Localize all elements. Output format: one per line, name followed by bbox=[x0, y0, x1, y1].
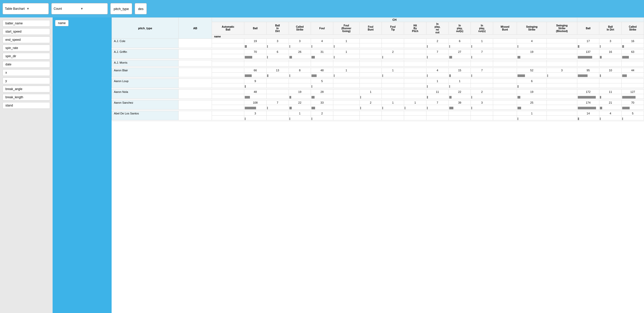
row-cell: 16 bbox=[599, 50, 622, 54]
right-panel[interactable]: pitch_type AB CH AutomaticBall Ball Ball… bbox=[112, 17, 644, 313]
th-called-strike2: CalledStrike bbox=[622, 22, 644, 35]
row-cell: 19 bbox=[289, 90, 311, 94]
row-cell: 1 bbox=[333, 68, 360, 73]
row-cell: 19 bbox=[517, 90, 547, 94]
field-x[interactable]: x bbox=[3, 69, 50, 76]
bar-cell bbox=[493, 116, 517, 120]
bar-cell bbox=[493, 83, 517, 88]
row-cell bbox=[493, 79, 517, 83]
row-cell: 1 bbox=[404, 100, 426, 105]
table-row: Aaron Sanchez108722332117393251742170 bbox=[112, 100, 644, 105]
row-cell bbox=[266, 79, 289, 83]
bar-cell bbox=[547, 73, 577, 77]
row-name: A.J. Cole bbox=[112, 39, 179, 48]
des-tag[interactable]: des bbox=[135, 3, 147, 14]
field-spin-dir[interactable]: spin_dir bbox=[3, 53, 50, 60]
th-ab: AB bbox=[179, 18, 212, 39]
row-cell: 1 bbox=[517, 111, 547, 116]
bar-cell bbox=[577, 54, 599, 59]
bar-cell bbox=[266, 54, 289, 59]
row-cell: 7 bbox=[471, 68, 493, 73]
middle-panel: name bbox=[53, 17, 112, 313]
row-name: Aaron Blair bbox=[112, 68, 179, 77]
count-select[interactable]: Count ▼ bbox=[51, 3, 108, 14]
bar-cell bbox=[333, 83, 360, 88]
field-stand[interactable]: stand bbox=[3, 102, 50, 109]
th-in-play-outs: Inplay,out(s) bbox=[448, 22, 471, 35]
bar-cell bbox=[359, 105, 382, 110]
bar-cell bbox=[289, 62, 311, 66]
row-cell: 1 bbox=[382, 100, 404, 105]
bar-cell bbox=[493, 105, 517, 110]
row-cell bbox=[333, 100, 360, 105]
row-cell: 52 bbox=[517, 68, 547, 73]
field-end-speed[interactable]: end_speed bbox=[3, 36, 50, 43]
bar-cell bbox=[244, 62, 267, 66]
bar-cell bbox=[599, 83, 622, 88]
field-start-speed[interactable]: start_speed bbox=[3, 28, 50, 35]
count-label: Count bbox=[54, 7, 79, 11]
pitch-type-tag[interactable]: pitch_type bbox=[110, 3, 132, 14]
field-break-length[interactable]: break_length bbox=[3, 94, 50, 101]
row-cell: 3 bbox=[244, 111, 267, 116]
bar-cell bbox=[212, 73, 244, 77]
bar-cell bbox=[382, 116, 404, 120]
bar-cell bbox=[517, 54, 547, 59]
bar-cell bbox=[493, 62, 517, 66]
th-name-sub: name bbox=[212, 35, 644, 39]
chart-type-label: Table Barchart bbox=[5, 7, 25, 11]
row-cell bbox=[547, 39, 577, 43]
field-y[interactable]: y bbox=[3, 77, 50, 84]
row-cell: 174 bbox=[577, 100, 599, 105]
bar-cell bbox=[382, 83, 404, 88]
bar-cell bbox=[517, 116, 547, 120]
bar-cell bbox=[359, 62, 382, 66]
row-cell: 1 bbox=[426, 79, 448, 83]
row-cell: 39 bbox=[448, 100, 471, 105]
bar-cell bbox=[244, 94, 267, 99]
th-ch: CH bbox=[212, 18, 577, 22]
bar-cell bbox=[266, 73, 289, 77]
row-ab bbox=[179, 90, 212, 99]
bar-cell bbox=[577, 62, 599, 66]
bar-cell bbox=[448, 62, 471, 66]
bar-cell bbox=[311, 116, 333, 120]
th-ball2: Ball bbox=[577, 22, 599, 35]
row-cell: 1 bbox=[333, 50, 360, 54]
bar-cell bbox=[622, 73, 644, 77]
bar-cell bbox=[622, 83, 644, 88]
bar-cell bbox=[244, 105, 267, 110]
row-cell: 11 bbox=[599, 90, 622, 94]
bar-cell bbox=[547, 43, 577, 48]
field-date[interactable]: date bbox=[3, 61, 50, 68]
row-cell: 127 bbox=[622, 90, 644, 94]
row-cell: 16 bbox=[622, 39, 644, 43]
row-cell: 1 bbox=[359, 90, 382, 94]
row-cell: 48 bbox=[244, 90, 267, 94]
count-arrow: ▼ bbox=[80, 7, 105, 11]
row-cell bbox=[359, 50, 382, 54]
row-cell: 14 bbox=[577, 111, 599, 116]
bar-cell bbox=[311, 105, 333, 110]
row-cell: 70 bbox=[622, 100, 644, 105]
data-table: pitch_type AB CH AutomaticBall Ball Ball… bbox=[112, 17, 644, 122]
row-cell: 9 bbox=[244, 79, 267, 83]
row-cell: 95 bbox=[577, 68, 599, 73]
field-batter-name[interactable]: batter_name bbox=[3, 20, 50, 27]
row-ab bbox=[179, 50, 212, 59]
th-ball-dirt: BallInDirt bbox=[266, 22, 289, 35]
row-name: Aaron Loup bbox=[112, 79, 179, 88]
row-cell bbox=[493, 50, 517, 54]
th-foul-tip: FoulTip bbox=[382, 22, 404, 35]
bar-cell bbox=[359, 73, 382, 77]
row-ab bbox=[179, 100, 212, 110]
row-cell bbox=[266, 90, 289, 94]
row-cell: 2 bbox=[471, 90, 493, 94]
field-break-angle[interactable]: break_angle bbox=[3, 86, 50, 92]
field-spin-rate[interactable]: spin_rate bbox=[3, 45, 50, 51]
row-cell bbox=[404, 111, 426, 116]
row-cell: 4 bbox=[311, 39, 333, 43]
bar-cell bbox=[448, 54, 471, 59]
bar-cell bbox=[426, 83, 448, 88]
chart-type-select[interactable]: Table Barchart ▼ bbox=[3, 3, 49, 14]
